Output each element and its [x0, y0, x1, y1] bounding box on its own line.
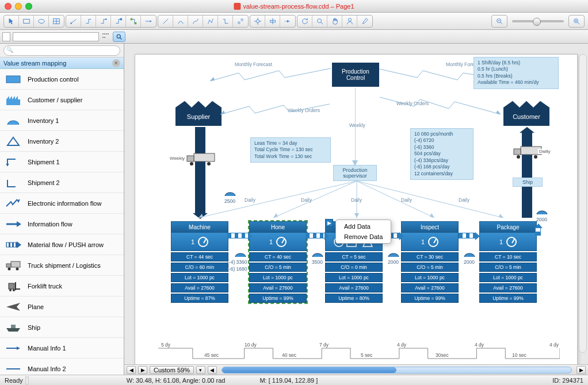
truck-shipment-supplier[interactable]	[186, 152, 216, 166]
window-titlebar: value-stream-process-flow.cdd – Page1	[0, 0, 588, 13]
svg-point-46	[9, 289, 12, 291]
stencil-item[interactable]: Manual Info 2	[0, 359, 124, 375]
zoom-dropdown[interactable]: ▾	[196, 366, 205, 374]
process-box[interactable]: Inspect1CT = 30 secC/O = 5 minLot = 1000…	[401, 221, 459, 303]
rect-tool[interactable]	[19, 16, 34, 27]
close-panel-icon[interactable]: ✕	[112, 59, 120, 67]
connector-tool-6[interactable]	[141, 16, 156, 27]
stencil-item[interactable]: Information flow	[0, 214, 124, 234]
hscroll-track[interactable]	[222, 367, 572, 374]
zoom-tool[interactable]	[312, 16, 327, 27]
zoom-out-button[interactable]	[492, 16, 507, 27]
zoom-level-label[interactable]: Custom 59%	[150, 366, 194, 374]
inventory-icon	[387, 249, 400, 258]
svg-rect-7	[120, 18, 122, 20]
production-control-box[interactable]: Production Control	[332, 63, 379, 87]
truck-weekly-label: Weekly	[169, 156, 186, 161]
stencil-label: Manual Info 1	[28, 345, 66, 352]
scroll-right-button[interactable]: ▶	[576, 366, 586, 374]
close-window-button[interactable]	[5, 3, 12, 10]
canvas-area[interactable]: Monthly Forecast Monthly Forecast Produc…	[124, 44, 588, 364]
page-prev-button[interactable]: ◀	[127, 366, 136, 374]
library-filter-input[interactable]	[13, 32, 99, 41]
scroll-left-button[interactable]: ◀	[208, 366, 217, 374]
zoom-window-button[interactable]	[25, 3, 32, 10]
segment-tool[interactable]	[233, 16, 248, 27]
process-box[interactable]: Machine1CT = 44 secC/O = 60 minLot = 100…	[171, 221, 228, 303]
monthly-forecast-label: Monthly Forecast	[235, 61, 272, 67]
stencil-item[interactable]: Inventory 1	[0, 110, 124, 131]
push-arrow	[306, 233, 325, 238]
production-supervisor-box[interactable]: Production supervisor	[333, 165, 377, 181]
plane-icon	[5, 300, 22, 314]
svg-point-47	[13, 289, 15, 291]
stencil-item[interactable]: Manual Info 1	[0, 338, 124, 359]
connector-tool-1[interactable]	[66, 16, 81, 27]
process-box[interactable]: Hone1CT = 40 secC/O = 5 minLot = 1000 pc…	[249, 221, 307, 303]
line1-icon	[5, 341, 22, 355]
pointer-tool[interactable]	[4, 16, 19, 27]
svg-rect-8	[130, 18, 132, 20]
stencil-item[interactable]: Shipment 1	[0, 152, 124, 172]
refresh-tool[interactable]	[297, 16, 312, 27]
spline-tool[interactable]	[188, 16, 203, 27]
stencil-item[interactable]: Electronic information flow	[0, 193, 124, 214]
status-scroll-icon	[25, 376, 29, 384]
pan-tool[interactable]	[327, 16, 342, 27]
rect-blue-icon	[5, 72, 22, 86]
orthogonal-tool[interactable]	[218, 16, 233, 27]
hub-tool[interactable]	[250, 16, 265, 27]
svg-rect-51	[194, 153, 215, 161]
line-tool[interactable]	[158, 16, 173, 27]
library-search-button[interactable]	[113, 32, 125, 42]
stencil-label: Truck shipment / Logistics	[28, 262, 101, 269]
stencil-label: Shipment 1	[28, 159, 60, 165]
eyedropper-tool[interactable]	[357, 16, 372, 27]
stencil-item[interactable]: Truck shipment / Logistics	[0, 255, 124, 276]
zoom-slider[interactable]	[512, 20, 564, 22]
svg-line-63	[357, 181, 503, 218]
user-tool[interactable]	[342, 16, 357, 27]
stencil-item[interactable]: Material flow / PUSH arrow	[0, 234, 124, 255]
process-box[interactable]: Package1CT = 10 secC/O = 5 minLot = 1000…	[479, 221, 537, 303]
smart-action-button[interactable]: ▶	[325, 219, 333, 227]
connector-tool-4[interactable]	[111, 16, 126, 27]
truck-icon	[5, 259, 22, 272]
line2-icon	[5, 362, 22, 375]
align-tool[interactable]	[265, 16, 280, 27]
minimize-window-button[interactable]	[15, 3, 22, 10]
stencil-item[interactable]: Ship	[0, 317, 124, 338]
stencil-list: Production controlCustomer / supplierInv…	[0, 69, 124, 375]
stencil-item[interactable]: Customer / supplier	[0, 90, 124, 110]
stencil-item[interactable]: Forklift truck	[0, 276, 124, 297]
stencil-item[interactable]: Production control	[0, 69, 124, 90]
snap-tool[interactable]	[280, 16, 295, 27]
stencil-item[interactable]: Shipment 2	[0, 172, 124, 193]
stencil-item[interactable]: Inventory 2	[0, 131, 124, 152]
menu-add-data[interactable]: Add Data	[336, 221, 391, 232]
stencil-sidebar: Value stream mapping ✕ Production contro…	[0, 44, 124, 375]
window-title: value-stream-process-flow.cdd – Page1	[234, 2, 354, 10]
menu-remove-data[interactable]: Remove Data	[336, 232, 391, 242]
page-next-button[interactable]: ▶	[138, 366, 147, 374]
connector-tool-5[interactable]	[126, 16, 141, 27]
library-toggle[interactable]	[2, 32, 10, 41]
supplier-shape[interactable]: Supplier	[175, 107, 222, 126]
table-tool[interactable]	[49, 16, 64, 27]
curve-tool[interactable]	[173, 16, 188, 27]
inv1-icon	[5, 114, 22, 128]
poly-tool[interactable]	[203, 16, 218, 27]
ship1-icon	[5, 155, 22, 169]
ellipse-tool[interactable]	[34, 16, 49, 27]
inv2-icon	[5, 134, 22, 148]
zoom-in-button[interactable]	[569, 16, 584, 27]
push-arrow	[227, 233, 249, 238]
svg-point-41	[8, 267, 11, 270]
connector-tool-2[interactable]	[81, 16, 96, 27]
stencil-panel-header[interactable]: Value stream mapping ✕	[0, 57, 124, 69]
customer-shape[interactable]: Customer	[503, 107, 549, 126]
canvas-vertical-scrollbar[interactable]	[579, 54, 587, 353]
connector-tool-3[interactable]	[96, 16, 111, 27]
stencil-item[interactable]: Plane	[0, 297, 124, 317]
stencil-search-input[interactable]	[3, 45, 120, 56]
